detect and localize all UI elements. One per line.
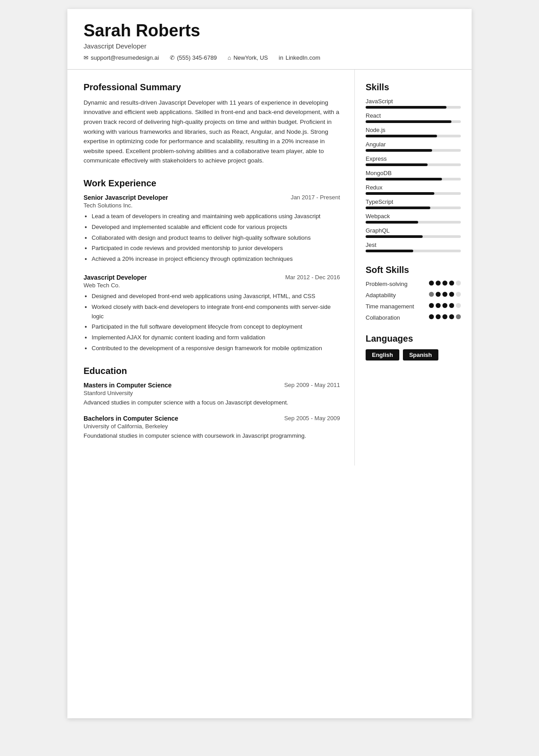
soft-skill-name: Adaptability bbox=[366, 292, 429, 299]
skills-list: JavaScriptReactNode.jsAngularExpressMong… bbox=[366, 98, 461, 252]
skill-item: Jest bbox=[366, 242, 461, 252]
skill-name: MongoDB bbox=[366, 170, 461, 176]
skill-item: React bbox=[366, 112, 461, 123]
skill-bar-background bbox=[366, 163, 461, 166]
contact-row: ✉support@resumedesign.ai✆(555) 345-6789⌂… bbox=[84, 54, 455, 61]
soft-skills-title: Soft Skills bbox=[366, 265, 461, 275]
edu-dates: Sep 2005 - May 2009 bbox=[284, 415, 340, 422]
job-company: Tech Solutions Inc. bbox=[84, 202, 340, 209]
soft-skill-item: Adaptability bbox=[366, 292, 461, 299]
job-dates: Mar 2012 - Dec 2016 bbox=[285, 274, 340, 281]
dot bbox=[456, 281, 461, 286]
education-title: Education bbox=[84, 366, 340, 376]
edu-school: Stanford University bbox=[84, 390, 340, 396]
candidate-name: Sarah Roberts bbox=[84, 22, 455, 40]
language-tag: Spanish bbox=[403, 349, 438, 360]
dot bbox=[436, 292, 441, 297]
linkedin-icon: in bbox=[279, 54, 283, 61]
skill-item: GraphQL bbox=[366, 227, 461, 238]
skill-bar-fill bbox=[366, 192, 434, 195]
dot bbox=[449, 303, 454, 308]
skill-bar-background bbox=[366, 192, 461, 195]
skill-name: Webpack bbox=[366, 213, 461, 220]
bullet-item: Collaborated with design and product tea… bbox=[92, 233, 340, 243]
dot bbox=[456, 292, 461, 297]
phone-icon: ✆ bbox=[170, 54, 175, 61]
work-experience-title: Work Experience bbox=[84, 178, 340, 189]
dot bbox=[456, 303, 461, 308]
skill-item: Redux bbox=[366, 184, 461, 195]
skill-bar-background bbox=[366, 106, 461, 109]
email-value: support@resumedesign.ai bbox=[91, 54, 159, 61]
soft-skills-list: Problem-solvingAdaptabilityTime manageme… bbox=[366, 281, 461, 321]
linkedin-value: LinkedIn.com bbox=[286, 54, 320, 61]
bullet-item: Developed and implemented scalable and e… bbox=[92, 223, 340, 232]
soft-skill-dots bbox=[429, 292, 461, 297]
skill-item: TypeScript bbox=[366, 198, 461, 209]
job-header: Javascript DeveloperMar 2012 - Dec 2016 bbox=[84, 274, 340, 281]
skill-item: JavaScript bbox=[366, 98, 461, 109]
job-item: Senior Javascript DeveloperJan 2017 - Pr… bbox=[84, 194, 340, 264]
skill-bar-fill bbox=[366, 106, 446, 109]
languages-section: Languages EnglishSpanish bbox=[366, 334, 461, 360]
location-value: NewYork, US bbox=[234, 54, 268, 61]
edu-school: University of California, Berkeley bbox=[84, 423, 340, 430]
body: Professional Summary Dynamic and results… bbox=[67, 70, 472, 466]
skill-bar-fill bbox=[366, 207, 430, 209]
bullet-item: Contributed to the development of a resp… bbox=[92, 344, 340, 353]
skill-bar-fill bbox=[366, 149, 432, 152]
skill-name: Express bbox=[366, 155, 461, 162]
dot bbox=[456, 314, 461, 319]
skill-bar-background bbox=[366, 135, 461, 137]
dot bbox=[442, 292, 447, 297]
skill-bar-fill bbox=[366, 178, 442, 180]
dot bbox=[442, 303, 447, 308]
skill-name: JavaScript bbox=[366, 98, 461, 105]
skill-item: Node.js bbox=[366, 127, 461, 137]
languages-title: Languages bbox=[366, 334, 461, 344]
skill-name: Node.js bbox=[366, 127, 461, 133]
edu-header: Bachelors in Computer ScienceSep 2005 - … bbox=[84, 415, 340, 422]
dot bbox=[449, 281, 454, 286]
education-section: Education Masters in Computer ScienceSep… bbox=[84, 366, 340, 440]
soft-skill-name: Time management bbox=[366, 303, 429, 310]
skill-item: MongoDB bbox=[366, 170, 461, 180]
skill-bar-background bbox=[366, 207, 461, 209]
skill-name: TypeScript bbox=[366, 198, 461, 205]
job-item: Javascript DeveloperMar 2012 - Dec 2016W… bbox=[84, 274, 340, 353]
candidate-title: Javascript Developer bbox=[84, 42, 455, 50]
edu-item: Masters in Computer ScienceSep 2009 - Ma… bbox=[84, 382, 340, 407]
dot bbox=[436, 314, 441, 319]
edu-desc: Foundational studies in computer science… bbox=[84, 431, 340, 440]
skills-section: Skills JavaScriptReactNode.jsAngularExpr… bbox=[366, 82, 461, 252]
work-experience-section: Work Experience Senior Javascript Develo… bbox=[84, 178, 340, 353]
job-bullets: Designed and developed front-end web app… bbox=[84, 292, 340, 353]
location-icon: ⌂ bbox=[228, 54, 231, 61]
skill-name: Jest bbox=[366, 242, 461, 248]
skill-bar-background bbox=[366, 250, 461, 252]
skills-title: Skills bbox=[366, 82, 461, 92]
soft-skill-name: Collaboration bbox=[366, 314, 429, 321]
language-tag: English bbox=[366, 349, 399, 360]
dot bbox=[442, 314, 447, 319]
skill-item: Webpack bbox=[366, 213, 461, 224]
header: Sarah Roberts Javascript Developer ✉supp… bbox=[67, 9, 472, 70]
edu-dates: Sep 2009 - May 2011 bbox=[284, 382, 340, 388]
resume-container: Sarah Roberts Javascript Developer ✉supp… bbox=[67, 9, 472, 718]
soft-skills-section: Soft Skills Problem-solvingAdaptabilityT… bbox=[366, 265, 461, 321]
edu-desc: Advanced studies in computer science wit… bbox=[84, 398, 340, 407]
main-column: Professional Summary Dynamic and results… bbox=[67, 70, 355, 466]
edu-degree: Masters in Computer Science bbox=[84, 382, 172, 389]
skill-item: Angular bbox=[366, 141, 461, 152]
skill-item: Express bbox=[366, 155, 461, 166]
skill-bar-background bbox=[366, 149, 461, 152]
job-header: Senior Javascript DeveloperJan 2017 - Pr… bbox=[84, 194, 340, 201]
edu-header: Masters in Computer ScienceSep 2009 - Ma… bbox=[84, 382, 340, 389]
soft-skill-item: Problem-solving bbox=[366, 281, 461, 287]
soft-skill-item: Collaboration bbox=[366, 314, 461, 321]
dot bbox=[449, 314, 454, 319]
languages-list: EnglishSpanish bbox=[366, 349, 461, 360]
dot bbox=[449, 292, 454, 297]
skill-bar-background bbox=[366, 178, 461, 180]
soft-skill-dots bbox=[429, 281, 461, 286]
